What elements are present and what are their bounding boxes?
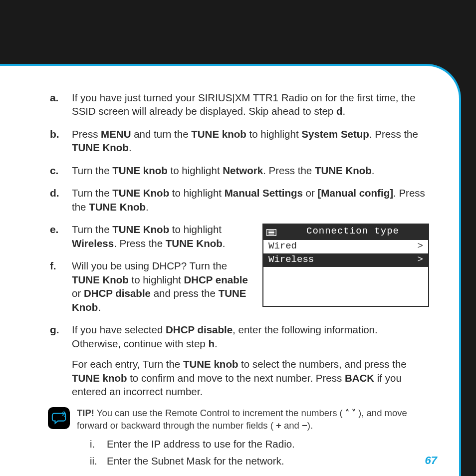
step-d: d. Turn the TUNE Knob to highlight Manua… [50,186,429,214]
menu-list-icon [266,228,276,235]
device-row-label: Wired [268,240,297,252]
step-e: e. Connection type Wired [50,223,429,250]
substep-text: Enter the Subnet Mask for the network. [107,455,284,467]
tip-body: You can use the Remote Control to increm… [77,408,407,431]
step-marker: b. [50,127,59,141]
step-text: Turn the TUNE Knob to highlight Manual S… [72,187,425,212]
device-row-wired: Wired > [263,240,428,253]
substep-list: i. Enter the IP address to use for the R… [90,437,429,468]
step-text: If you have selected DHCP disable, enter… [72,324,378,349]
chevron-right-icon: > [418,240,423,252]
step-marker: g. [50,323,59,337]
substep-marker: i. [90,437,95,451]
device-titlebar: Connection type [263,225,428,240]
step-marker: c. [50,164,58,178]
page-number: 67 [425,454,437,467]
step-list: a. If you have just turned your SIRIUS|X… [50,91,429,398]
substep-marker: ii. [90,454,97,468]
step-text: If you have just turned your SIRIUS|XM T… [72,92,416,117]
step-marker: d. [50,186,59,200]
step-text: Will you be using DHCP? Turn the TUNE Kn… [72,260,248,312]
substep-text: Enter the IP address to use for the Radi… [107,438,295,450]
step-b: b. Press MENU and turn the TUNE knob to … [50,127,429,155]
step-text: Turn the TUNE knob to highlight Network.… [72,165,374,176]
tip-block: TIP! You can use the Remote Control to i… [48,407,429,432]
substep-i: i. Enter the IP address to use for the R… [90,437,429,451]
speech-bubble-icon [48,407,70,429]
page-content: a. If you have just turned your SIRIUS|X… [50,91,429,468]
step-a: a. If you have just turned your SIRIUS|X… [50,91,429,118]
substep-ii: ii. Enter the Subnet Mask for the networ… [90,454,429,468]
device-title: Connection type [280,226,425,238]
tip-label: TIP! [77,408,94,418]
step-marker: e. [50,223,58,237]
step-text: Press MENU and turn the TUNE knob to hig… [72,128,418,153]
step-marker: a. [50,91,58,105]
step-marker: f. [50,259,56,273]
tip-text: TIP! You can use the Remote Control to i… [77,407,429,432]
step-f: f. Will you be using DHCP? Turn the TUNE… [50,259,429,314]
step-c: c. Turn the TUNE knob to highlight Netwo… [50,164,429,177]
manual-page: a. If you have just turned your SIRIUS|X… [0,64,461,476]
step-text: Turn the TUNE Knob to highlight Wireless… [72,224,225,248]
step-g: g. If you have selected DHCP disable, en… [50,323,429,398]
step-g-subtext: For each entry, Turn the TUNE knob to se… [72,357,429,398]
